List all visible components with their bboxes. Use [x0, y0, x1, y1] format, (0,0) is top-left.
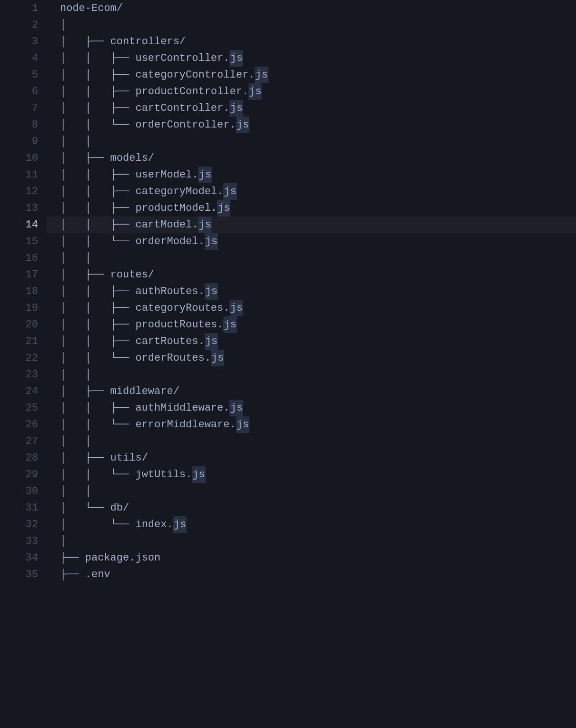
- code-line[interactable]: │ │ ├── userModel.js: [60, 167, 576, 183]
- code-text: │ │ ├── categoryController.: [60, 67, 255, 83]
- line-number: 34: [0, 550, 38, 566]
- code-text: │ │: [60, 250, 91, 266]
- code-line[interactable]: │ │ └── errorMiddleware.js: [60, 416, 576, 433]
- line-number: 33: [0, 533, 38, 550]
- code-line[interactable]: │ │ ├── authMiddleware.js: [60, 400, 576, 416]
- code-line[interactable]: │ ├── routes/: [60, 266, 576, 283]
- line-number: 14: [0, 216, 38, 233]
- code-line[interactable]: │ │ ├── productRoutes.js: [60, 316, 576, 333]
- code-text: │: [60, 533, 66, 550]
- line-number: 6: [0, 83, 38, 100]
- line-number: 21: [0, 333, 38, 350]
- code-line[interactable]: │ │: [60, 366, 576, 383]
- code-line[interactable]: │ │ ├── categoryController.js: [60, 67, 576, 83]
- line-number: 31: [0, 500, 38, 516]
- code-text: │ │ └── orderModel.: [60, 233, 205, 250]
- highlighted-text: js: [223, 316, 237, 333]
- line-number: 4: [0, 50, 38, 67]
- code-text: │ │ ├── userController.: [60, 50, 229, 67]
- code-text: │: [60, 17, 66, 33]
- highlighted-text: js: [198, 216, 211, 233]
- highlighted-text: js: [205, 333, 218, 350]
- code-text: │ ├── middleware/: [60, 383, 179, 400]
- code-text: │ ├── models/: [60, 150, 154, 167]
- code-text: │ │ └── errorMiddleware.: [60, 416, 236, 433]
- code-line[interactable]: ├── .env: [60, 566, 576, 583]
- line-number: 5: [0, 67, 38, 83]
- code-line[interactable]: ├── package.json: [60, 550, 576, 566]
- code-text: │ │ ├── categoryRoutes.: [60, 300, 229, 316]
- code-text: │ │ ├── categoryModel.: [60, 183, 223, 200]
- line-number: 16: [0, 250, 38, 266]
- line-number: 7: [0, 100, 38, 117]
- line-number: 17: [0, 266, 38, 283]
- code-text: │ │: [60, 433, 91, 450]
- code-text: │ │ ├── productModel.: [60, 200, 217, 216]
- code-line[interactable]: │ │ ├── cartRoutes.js: [60, 333, 576, 350]
- code-line[interactable]: │ │: [60, 483, 576, 500]
- highlighted-text: js: [248, 83, 262, 100]
- code-line[interactable]: │ ├── models/: [60, 150, 576, 167]
- code-text: │ │ ├── cartRoutes.: [60, 333, 205, 350]
- code-line[interactable]: │ ├── utils/: [60, 450, 576, 466]
- line-number: 22: [0, 350, 38, 366]
- code-text: │ │: [60, 366, 91, 383]
- line-number: 19: [0, 300, 38, 316]
- line-number: 15: [0, 233, 38, 250]
- line-number: 1: [0, 0, 38, 17]
- code-line[interactable]: │ │ ├── authRoutes.js: [60, 283, 576, 300]
- line-number: 11: [0, 167, 38, 183]
- code-line[interactable]: │ │ ├── productController.js: [60, 83, 576, 100]
- line-number: 25: [0, 400, 38, 416]
- code-line[interactable]: │ │ ├── cartModel.js: [47, 216, 576, 233]
- code-line[interactable]: │ │ ├── categoryRoutes.js: [60, 300, 576, 316]
- code-line[interactable]: │ │ ├── categoryModel.js: [60, 183, 576, 200]
- code-line[interactable]: │ │: [60, 433, 576, 450]
- line-number: 8: [0, 117, 38, 133]
- code-text: node-Ecom/: [60, 0, 123, 17]
- code-line[interactable]: │ │ └── orderRoutes.js: [60, 350, 576, 366]
- highlighted-text: js: [236, 416, 249, 433]
- highlighted-text: js: [205, 233, 218, 250]
- code-line[interactable]: │ │ ├── userController.js: [60, 50, 576, 67]
- code-line[interactable]: │ └── db/: [60, 500, 576, 516]
- code-text: │ │ ├── userModel.: [60, 167, 198, 183]
- line-number: 32: [0, 516, 38, 533]
- code-line[interactable]: │ │ └── jwtUtils.js: [60, 466, 576, 483]
- code-line[interactable]: │ │ ├── productModel.js: [60, 200, 576, 216]
- line-number-gutter: 1234567891011121314151617181920212223242…: [0, 0, 47, 728]
- line-number: 28: [0, 450, 38, 466]
- code-line[interactable]: │ └── index.js: [60, 516, 576, 533]
- code-text: │ │ ├── cartModel.: [60, 216, 198, 233]
- code-text: ├── package.json: [60, 550, 160, 566]
- highlighted-text: js: [229, 300, 243, 316]
- code-text: │ │ └── orderController.: [60, 117, 236, 133]
- code-line[interactable]: │ │ ├── cartController.js: [60, 100, 576, 117]
- code-text: │ └── db/: [60, 500, 129, 516]
- code-text: ├── .env: [60, 566, 110, 583]
- code-line[interactable]: │: [60, 17, 576, 33]
- code-editor[interactable]: 1234567891011121314151617181920212223242…: [0, 0, 576, 728]
- line-number: 18: [0, 283, 38, 300]
- line-number: 3: [0, 33, 38, 50]
- highlighted-text: js: [173, 516, 187, 533]
- line-number: 9: [0, 133, 38, 150]
- code-line[interactable]: │: [60, 533, 576, 550]
- code-line[interactable]: │ │: [60, 250, 576, 266]
- code-text: │ │ ├── cartController.: [60, 100, 229, 117]
- line-number: 23: [0, 366, 38, 383]
- code-line[interactable]: │ ├── controllers/: [60, 33, 576, 50]
- code-area[interactable]: node-Ecom/││ ├── controllers/│ │ ├── use…: [47, 0, 576, 728]
- code-text: │ │: [60, 483, 91, 500]
- code-line[interactable]: │ ├── middleware/: [60, 383, 576, 400]
- code-line[interactable]: │ │ └── orderController.js: [60, 117, 576, 133]
- code-line[interactable]: node-Ecom/: [60, 0, 576, 17]
- code-line[interactable]: │ │ └── orderModel.js: [60, 233, 576, 250]
- line-number: 29: [0, 466, 38, 483]
- code-text: │ │ └── orderRoutes.: [60, 350, 211, 366]
- line-number: 2: [0, 17, 38, 33]
- highlighted-text: js: [229, 50, 243, 67]
- line-number: 24: [0, 383, 38, 400]
- code-line[interactable]: │ │: [60, 133, 576, 150]
- code-text: │ │ ├── productRoutes.: [60, 316, 223, 333]
